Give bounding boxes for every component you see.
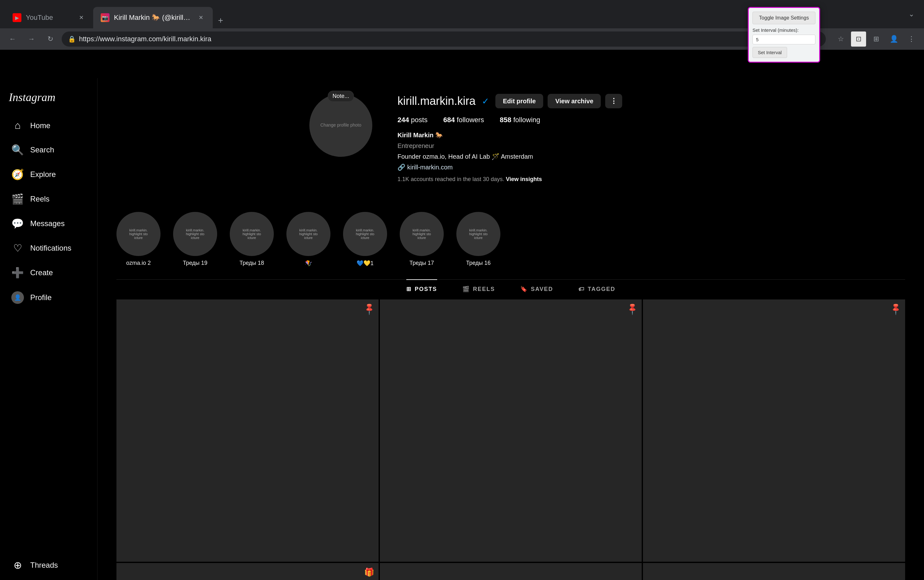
- profile-display-name: Kirill Markin 🐎: [398, 130, 712, 140]
- sidebar-label-explore: Explore: [30, 170, 56, 179]
- highlight-label-1: ozma.io 2: [126, 260, 151, 266]
- profile-avatar-small: 👤: [12, 291, 24, 304]
- edit-profile-button[interactable]: Edit profile: [495, 94, 543, 108]
- highlight-item-3[interactable]: kirill.markin.highlight stoicture Треды …: [230, 212, 274, 267]
- home-icon: ⌂: [12, 120, 24, 131]
- pin-icon-3: 📌: [889, 302, 903, 316]
- lock-icon: 🔒: [68, 35, 76, 43]
- address-bar[interactable]: 🔒 https://www.instagram.com/kirill.marki…: [62, 31, 826, 46]
- post-item-5[interactable]: [380, 563, 642, 580]
- post-inner-5: [380, 563, 642, 580]
- create-icon: ➕: [12, 267, 24, 278]
- profile-avatar[interactable]: Change profile photo: [309, 94, 372, 157]
- interval-input[interactable]: [753, 35, 815, 44]
- tagged-tab-icon: 🏷: [579, 286, 585, 293]
- notifications-icon: ♡: [12, 242, 24, 254]
- tab-youtube-close[interactable]: ✕: [77, 13, 85, 22]
- tab-tagged[interactable]: 🏷 Tagged: [579, 279, 616, 298]
- tab-list-button[interactable]: ⌄: [904, 7, 919, 22]
- highlight-item-7[interactable]: kirill.markin.highlight stoicture Треды …: [456, 212, 500, 267]
- tab-saved[interactable]: 🔖 Saved: [520, 279, 553, 298]
- profile-insights: 1.1K accounts reached in the last 30 day…: [398, 175, 712, 184]
- note-badge[interactable]: Note...: [327, 91, 354, 102]
- post-item-6[interactable]: [643, 563, 905, 580]
- reels-tab-label: Reels: [473, 286, 495, 293]
- change-photo-text: Change profile photo: [321, 122, 361, 129]
- tagged-tab-label: Tagged: [588, 286, 616, 293]
- profile-header: Note... Change profile photo kirill.mark…: [291, 78, 731, 206]
- set-interval-button[interactable]: Set Interval: [753, 47, 787, 58]
- view-archive-button[interactable]: View archive: [547, 94, 601, 108]
- sidebar-item-create[interactable]: ➕ Create: [3, 261, 95, 284]
- reels-icon: 🎬: [12, 193, 24, 205]
- post-inner-6: [643, 563, 905, 580]
- back-button[interactable]: ←: [5, 31, 20, 46]
- posts-grid: 📌 📌 📌 🎁: [97, 298, 924, 580]
- highlight-item-5[interactable]: kirill.markin.highlight stoicture 💙💛1: [343, 212, 387, 267]
- tab-instagram[interactable]: 📷 Kirill Markin 🐎 (@kirill.markin... ✕: [93, 7, 213, 28]
- refresh-button[interactable]: ↻: [43, 31, 58, 46]
- sidebar-item-explore[interactable]: 🧭 Explore: [3, 163, 95, 186]
- reels-tab-icon: 🎬: [462, 286, 470, 293]
- sidebar-item-messages[interactable]: 💬 Messages: [3, 212, 95, 235]
- stat-posts: 244 posts: [398, 116, 427, 124]
- profile-occupation: Entrepreneur: [398, 141, 712, 150]
- highlight-circle-7: kirill.markin.highlight stoicture: [456, 212, 500, 256]
- extension-popup: Toggle Image Settings Set Interval (minu…: [748, 7, 820, 63]
- sidebar-item-notifications[interactable]: ♡ Notifications: [3, 236, 95, 260]
- highlight-circle-3: kirill.markin.highlight stoicture: [230, 212, 274, 256]
- post-item-1[interactable]: 📌: [117, 300, 378, 562]
- messages-icon: 💬: [12, 218, 24, 229]
- sidebar-item-more[interactable]: ☰ More: [3, 578, 95, 580]
- highlight-label-4: 🪁: [305, 260, 312, 267]
- sidebar-label-messages: Messages: [30, 219, 64, 228]
- more-options-button[interactable]: ⋮: [605, 94, 622, 108]
- sidebar-item-threads[interactable]: ⊕ Threads: [3, 554, 95, 577]
- toggle-image-settings-button[interactable]: Toggle Image Settings: [753, 12, 815, 24]
- link-icon: 🔗: [398, 163, 405, 172]
- tab-posts[interactable]: ⊞ Posts: [406, 279, 437, 298]
- profile-top: Note... Change profile photo kirill.mark…: [309, 94, 712, 184]
- sidebar-label-home: Home: [30, 121, 50, 130]
- highlight-label-5: 💙💛1: [357, 260, 373, 267]
- highlight-item-1[interactable]: kirill.markin.highlight stoicture ozma.i…: [117, 212, 161, 267]
- post-item-4[interactable]: 🎁: [117, 563, 378, 580]
- profile-actions: Edit profile View archive ⋮: [495, 94, 622, 108]
- gift-icon-4: 🎁: [364, 567, 374, 577]
- tab-youtube[interactable]: ▶ YouTube ✕: [5, 7, 93, 28]
- threads-icon: ⊕: [12, 559, 24, 571]
- sidebar-item-home[interactable]: ⌂ Home: [3, 114, 95, 137]
- highlight-item-4[interactable]: kirill.markin.highlight stoicture 🪁: [286, 212, 330, 267]
- sidebar-item-reels[interactable]: 🎬 Reels: [3, 187, 95, 211]
- profile-website[interactable]: 🔗 kirill-markin.com: [398, 163, 712, 172]
- bookmark-star-button[interactable]: ☆: [834, 31, 848, 46]
- highlight-label-7: Треды 16: [466, 260, 491, 266]
- highlight-item-2[interactable]: kirill.markin.highlight stoicture Треды …: [173, 212, 217, 267]
- sidebar-item-profile[interactable]: 👤 Profile: [3, 286, 95, 310]
- pin-icon-2: 📌: [625, 302, 640, 316]
- post-inner-1: 📌: [117, 300, 378, 562]
- tab-reels[interactable]: 🎬 Reels: [462, 279, 495, 298]
- tab-instagram-close[interactable]: ✕: [196, 13, 205, 22]
- tab-youtube-title: YouTube: [26, 13, 72, 22]
- sidebar-item-search[interactable]: 🔍 Search: [3, 138, 95, 161]
- highlights-row: kirill.markin.highlight stoicture ozma.i…: [97, 206, 538, 273]
- post-item-3[interactable]: 📌: [643, 300, 905, 562]
- menu-button[interactable]: ⋮: [904, 31, 919, 46]
- forward-button[interactable]: →: [24, 31, 39, 46]
- screenshot-button[interactable]: ⊞: [869, 31, 884, 46]
- new-tab-button[interactable]: +: [213, 13, 229, 28]
- highlight-item-6[interactable]: kirill.markin.highlight stoicture Треды …: [400, 212, 444, 267]
- sidebar-spacer: [0, 310, 97, 553]
- extension-button[interactable]: ⊡: [851, 31, 866, 46]
- profile-description: Founder ozma.io, Head of AI Lab 🪄 Amster…: [398, 152, 712, 161]
- saved-tab-label: Saved: [531, 286, 553, 293]
- view-insights-link[interactable]: View insights: [506, 176, 542, 182]
- verified-badge: ✓: [482, 96, 489, 106]
- youtube-favicon: ▶: [13, 13, 21, 22]
- sidebar-label-create: Create: [30, 268, 53, 277]
- post-item-2[interactable]: 📌: [380, 300, 642, 562]
- sidebar-label-notifications: Notifications: [30, 244, 71, 252]
- profile-chrome-button[interactable]: 👤: [886, 31, 901, 46]
- highlight-circle-4: kirill.markin.highlight stoicture: [286, 212, 330, 256]
